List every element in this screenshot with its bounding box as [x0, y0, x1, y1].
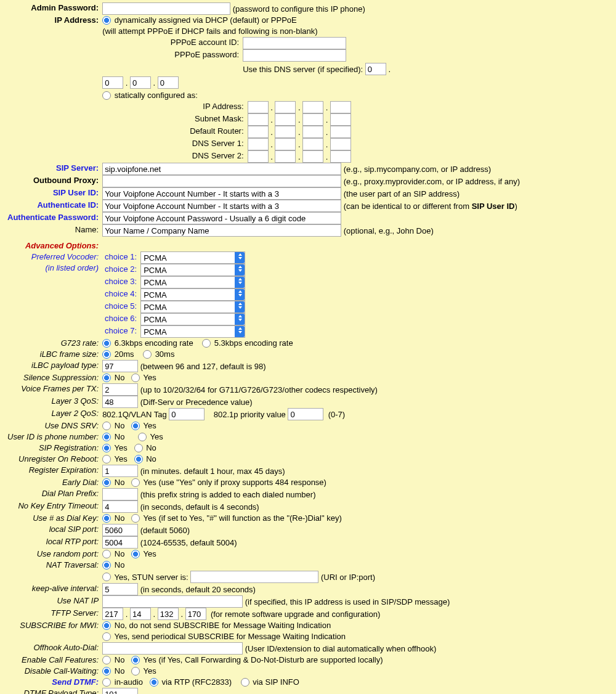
sip-server-input[interactable] — [102, 163, 341, 175]
dns-o4[interactable] — [158, 76, 179, 89]
vlan-input[interactable] — [169, 408, 205, 420]
ip-o2[interactable] — [275, 101, 296, 113]
vocoder-choice-4-select[interactable]: PCMA — [140, 288, 245, 301]
keepalive-input[interactable] — [102, 583, 138, 595]
pppoe-pw-input[interactable] — [243, 49, 346, 62]
dtmf-rtp-radio[interactable] — [150, 678, 158, 687]
ip-static-radio[interactable] — [102, 91, 111, 100]
rt-o4[interactable] — [330, 126, 351, 138]
pppoe-pw-label: PPPoE password: — [115, 49, 241, 62]
offhook-input[interactable] — [102, 642, 243, 655]
uid-phone-yes-radio[interactable] — [138, 433, 147, 441]
lrtp-input[interactable] — [102, 536, 138, 549]
pppoe-id-input[interactable] — [243, 37, 346, 49]
ip-o4[interactable] — [330, 101, 351, 113]
d1-o1[interactable] — [248, 138, 269, 150]
nat-yes-radio[interactable] — [102, 573, 111, 581]
dnssrv-yes-radio[interactable] — [131, 422, 140, 430]
ip-o1[interactable] — [248, 101, 269, 113]
g723-63-radio[interactable] — [102, 339, 111, 348]
dial-prefix-input[interactable] — [102, 488, 138, 500]
ilbc-30-radio[interactable] — [143, 350, 152, 359]
tftp-o4[interactable] — [185, 608, 206, 620]
silence-no-radio[interactable] — [102, 374, 111, 382]
rand-no-radio[interactable] — [102, 550, 111, 558]
d2-o2[interactable] — [275, 150, 296, 163]
dns-o3[interactable] — [130, 76, 151, 89]
d2-o4[interactable] — [330, 150, 351, 163]
early-no-radio[interactable] — [102, 478, 111, 487]
vocoder-choice-1-select[interactable]: PCMA — [140, 251, 245, 264]
g723-53-radio[interactable] — [202, 339, 211, 348]
d2-o1[interactable] — [248, 150, 269, 163]
rt-o3[interactable] — [302, 126, 323, 138]
sip-reg-yes-radio[interactable] — [102, 444, 111, 452]
use-nat-ip-input[interactable] — [102, 595, 243, 608]
tftp-o2[interactable] — [130, 608, 151, 620]
tftp-o1[interactable] — [102, 608, 123, 620]
callfeat-no-radio[interactable] — [102, 656, 111, 664]
hash-yes-radio[interactable] — [131, 514, 140, 523]
auth-pw-input[interactable] — [102, 212, 341, 224]
rt-o1[interactable] — [248, 126, 269, 138]
dns-o2[interactable] — [102, 76, 123, 89]
uid-phone-no-radio[interactable] — [102, 433, 111, 441]
admin-password-input[interactable] — [102, 2, 230, 15]
sn-o3[interactable] — [302, 113, 323, 126]
dtmf-sip-radio[interactable] — [241, 678, 249, 687]
sip-user-label: SIP User ID: — [6, 187, 101, 200]
rt-o2[interactable] — [275, 126, 296, 138]
vocoder-choice-5-select[interactable]: PCMA — [140, 301, 245, 313]
d1-o3[interactable] — [302, 138, 323, 150]
mwi-no-radio[interactable] — [102, 621, 111, 630]
vftx-input[interactable] — [102, 383, 138, 396]
l3qos-input[interactable] — [102, 396, 138, 408]
dtmf-audio-radio[interactable] — [102, 678, 111, 687]
name-input[interactable] — [102, 224, 341, 237]
dns-octet-1[interactable] — [365, 63, 386, 75]
tftp-o3[interactable] — [158, 608, 179, 620]
d1-o2[interactable] — [275, 138, 296, 150]
reg-exp-input[interactable] — [102, 465, 138, 477]
ilbc-20-radio[interactable] — [102, 350, 111, 359]
dcw-no-radio[interactable] — [102, 667, 111, 676]
mwi-yes-radio[interactable] — [102, 632, 111, 641]
dtmf-pt-input[interactable] — [102, 688, 138, 694]
sip-reg-no-radio[interactable] — [134, 444, 143, 452]
vocoder-choice-3-select[interactable]: PCMA — [140, 276, 245, 288]
vocoder-choice-7-select[interactable]: PCMA — [140, 325, 245, 338]
d1-o4[interactable] — [330, 138, 351, 150]
lsip-input[interactable] — [102, 524, 138, 536]
early-yes-radio[interactable] — [131, 478, 140, 487]
dial-prefix-label: Dial Plan Prefix: — [6, 488, 101, 500]
outbound-input[interactable] — [102, 175, 341, 187]
sip-reg-label: SIP Registration: — [6, 443, 101, 454]
vocoder-choice-2-select[interactable]: PCMA — [140, 264, 245, 276]
no-key-input[interactable] — [102, 500, 138, 513]
sn-o2[interactable] — [275, 113, 296, 126]
dnssrv-no-radio[interactable] — [102, 422, 111, 430]
sip-user-input[interactable] — [102, 187, 341, 200]
stun-input[interactable] — [190, 571, 318, 583]
hash-no-radio[interactable] — [102, 514, 111, 523]
unreg-yes-radio[interactable] — [102, 455, 111, 463]
unreg-no-radio[interactable] — [134, 455, 143, 463]
ip-o3[interactable] — [302, 101, 323, 113]
dns2-label: DNS Server 2: — [188, 150, 246, 163]
nat-no-radio[interactable] — [102, 561, 111, 569]
callfeat-yes-radio[interactable] — [131, 656, 140, 664]
dcw-yes-radio[interactable] — [131, 667, 140, 676]
rand-yes-radio[interactable] — [131, 550, 140, 558]
vocoder-choice-1-label: choice 1: — [102, 251, 139, 264]
vocoder-choice-6-select[interactable]: PCMA — [140, 313, 245, 325]
ip-dhcp-radio[interactable] — [102, 16, 111, 25]
silence-yes-radio[interactable] — [131, 374, 140, 382]
d2-o3[interactable] — [302, 150, 323, 163]
ilbc-pt-input[interactable] — [102, 360, 138, 372]
admin-password-label: Admin Password: — [6, 2, 101, 15]
auth-id-input[interactable] — [102, 200, 341, 212]
disable-cw-label: Disable Call-Waiting: — [6, 666, 101, 677]
priority-input[interactable] — [288, 408, 323, 420]
sn-o4[interactable] — [330, 113, 351, 126]
sn-o1[interactable] — [248, 113, 269, 126]
